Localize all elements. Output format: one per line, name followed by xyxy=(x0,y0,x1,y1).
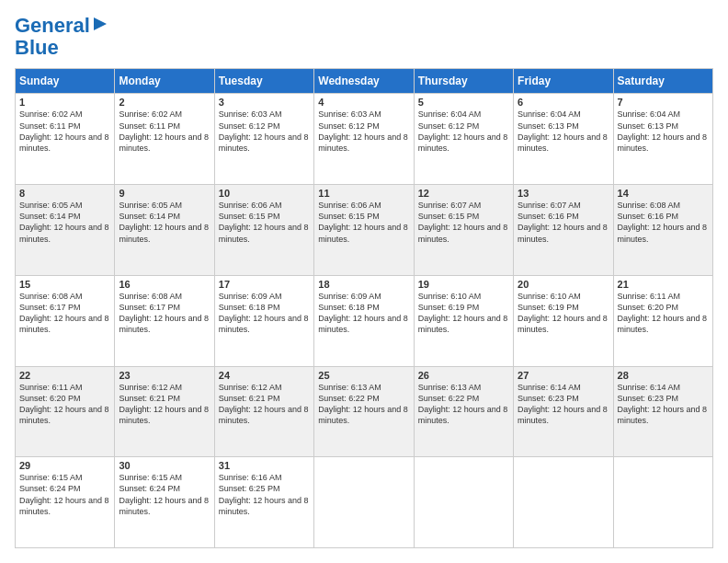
weekday-header: Sunday xyxy=(16,69,115,94)
day-number: 9 xyxy=(119,188,210,199)
day-info: Sunrise: 6:15 AMSunset: 6:24 PMDaylight:… xyxy=(19,473,109,515)
day-number: 25 xyxy=(318,370,409,381)
day-info: Sunrise: 6:16 AMSunset: 6:25 PMDaylight:… xyxy=(219,473,309,515)
day-number: 17 xyxy=(219,279,310,290)
day-info: Sunrise: 6:07 AMSunset: 6:15 PMDaylight:… xyxy=(418,201,508,243)
weekday-header: Thursday xyxy=(414,69,513,94)
page: General Blue SundayMondayTuesdayWednesda… xyxy=(0,0,728,563)
day-number: 3 xyxy=(219,97,310,108)
day-number: 4 xyxy=(318,97,409,108)
day-number: 23 xyxy=(119,370,210,381)
calendar-day-cell: 30Sunrise: 6:15 AMSunset: 6:24 PMDayligh… xyxy=(115,457,214,548)
calendar-day-cell: 10Sunrise: 6:06 AMSunset: 6:15 PMDayligh… xyxy=(214,185,313,276)
day-info: Sunrise: 6:10 AMSunset: 6:19 PMDaylight:… xyxy=(518,292,608,334)
day-info: Sunrise: 6:14 AMSunset: 6:23 PMDaylight:… xyxy=(518,383,608,425)
day-number: 7 xyxy=(618,97,709,108)
calendar-day-cell: 12Sunrise: 6:07 AMSunset: 6:15 PMDayligh… xyxy=(414,185,513,276)
calendar-day-cell: 6Sunrise: 6:04 AMSunset: 6:13 PMDaylight… xyxy=(514,94,613,185)
calendar-day-cell: 26Sunrise: 6:13 AMSunset: 6:22 PMDayligh… xyxy=(414,366,513,457)
calendar-day-cell xyxy=(414,457,513,548)
day-info: Sunrise: 6:08 AMSunset: 6:17 PMDaylight:… xyxy=(119,292,209,334)
day-number: 15 xyxy=(19,279,110,290)
day-number: 1 xyxy=(19,97,110,108)
day-number: 26 xyxy=(418,370,509,381)
logo: General Blue xyxy=(15,15,108,59)
day-info: Sunrise: 6:10 AMSunset: 6:19 PMDaylight:… xyxy=(418,292,508,334)
calendar-day-cell: 14Sunrise: 6:08 AMSunset: 6:16 PMDayligh… xyxy=(613,185,712,276)
day-info: Sunrise: 6:13 AMSunset: 6:22 PMDaylight:… xyxy=(318,383,408,425)
day-info: Sunrise: 6:08 AMSunset: 6:17 PMDaylight:… xyxy=(19,292,109,334)
calendar-day-cell: 17Sunrise: 6:09 AMSunset: 6:18 PMDayligh… xyxy=(214,275,313,366)
day-info: Sunrise: 6:11 AMSunset: 6:20 PMDaylight:… xyxy=(19,383,109,425)
weekday-header: Monday xyxy=(115,69,214,94)
header: General Blue xyxy=(15,15,713,59)
calendar-day-cell: 20Sunrise: 6:10 AMSunset: 6:19 PMDayligh… xyxy=(514,275,613,366)
day-number: 12 xyxy=(418,188,509,199)
calendar-table: SundayMondayTuesdayWednesdayThursdayFrid… xyxy=(15,68,713,548)
day-info: Sunrise: 6:08 AMSunset: 6:16 PMDaylight:… xyxy=(618,201,708,243)
day-info: Sunrise: 6:03 AMSunset: 6:12 PMDaylight:… xyxy=(318,109,408,152)
day-info: Sunrise: 6:09 AMSunset: 6:18 PMDaylight:… xyxy=(219,292,309,334)
calendar-day-cell: 27Sunrise: 6:14 AMSunset: 6:23 PMDayligh… xyxy=(514,366,613,457)
day-info: Sunrise: 6:06 AMSunset: 6:15 PMDaylight:… xyxy=(219,201,309,243)
day-number: 18 xyxy=(318,279,409,290)
logo-text: General xyxy=(15,15,90,37)
day-info: Sunrise: 6:13 AMSunset: 6:22 PMDaylight:… xyxy=(418,383,508,425)
calendar-day-cell: 9Sunrise: 6:05 AMSunset: 6:14 PMDaylight… xyxy=(115,185,214,276)
day-info: Sunrise: 6:02 AMSunset: 6:11 PMDaylight:… xyxy=(119,109,209,152)
calendar-day-cell: 31Sunrise: 6:16 AMSunset: 6:25 PMDayligh… xyxy=(214,457,313,548)
day-number: 22 xyxy=(19,370,110,381)
day-number: 2 xyxy=(119,97,210,108)
day-info: Sunrise: 6:05 AMSunset: 6:14 PMDaylight:… xyxy=(19,201,109,243)
day-number: 31 xyxy=(219,460,310,471)
calendar-day-cell: 4Sunrise: 6:03 AMSunset: 6:12 PMDaylight… xyxy=(314,94,414,185)
day-info: Sunrise: 6:06 AMSunset: 6:15 PMDaylight:… xyxy=(318,201,408,243)
calendar-day-cell: 1Sunrise: 6:02 AMSunset: 6:11 PMDaylight… xyxy=(16,94,115,185)
calendar-week-row: 15Sunrise: 6:08 AMSunset: 6:17 PMDayligh… xyxy=(16,275,713,366)
day-number: 24 xyxy=(219,370,310,381)
calendar-week-row: 22Sunrise: 6:11 AMSunset: 6:20 PMDayligh… xyxy=(16,366,713,457)
calendar-day-cell: 16Sunrise: 6:08 AMSunset: 6:17 PMDayligh… xyxy=(115,275,214,366)
day-number: 29 xyxy=(19,460,110,471)
weekday-header: Friday xyxy=(514,69,613,94)
day-number: 13 xyxy=(518,188,609,199)
weekday-header: Saturday xyxy=(613,69,712,94)
calendar-day-cell: 15Sunrise: 6:08 AMSunset: 6:17 PMDayligh… xyxy=(16,275,115,366)
day-info: Sunrise: 6:07 AMSunset: 6:16 PMDaylight:… xyxy=(518,201,608,243)
day-number: 27 xyxy=(518,370,609,381)
calendar-day-cell xyxy=(314,457,414,548)
day-number: 28 xyxy=(618,370,709,381)
calendar-week-row: 29Sunrise: 6:15 AMSunset: 6:24 PMDayligh… xyxy=(16,457,713,548)
calendar-day-cell: 23Sunrise: 6:12 AMSunset: 6:21 PMDayligh… xyxy=(115,366,214,457)
calendar-day-cell: 28Sunrise: 6:14 AMSunset: 6:23 PMDayligh… xyxy=(613,366,712,457)
day-info: Sunrise: 6:02 AMSunset: 6:11 PMDaylight:… xyxy=(19,109,109,152)
calendar-day-cell xyxy=(514,457,613,548)
calendar-week-row: 1Sunrise: 6:02 AMSunset: 6:11 PMDaylight… xyxy=(16,94,713,185)
day-number: 11 xyxy=(318,188,409,199)
calendar-week-row: 8Sunrise: 6:05 AMSunset: 6:14 PMDaylight… xyxy=(16,185,713,276)
day-info: Sunrise: 6:04 AMSunset: 6:12 PMDaylight:… xyxy=(418,109,508,152)
day-info: Sunrise: 6:12 AMSunset: 6:21 PMDaylight:… xyxy=(219,383,309,425)
svg-marker-0 xyxy=(94,17,107,30)
calendar-day-cell: 21Sunrise: 6:11 AMSunset: 6:20 PMDayligh… xyxy=(613,275,712,366)
calendar-day-cell: 2Sunrise: 6:02 AMSunset: 6:11 PMDaylight… xyxy=(115,94,214,185)
day-number: 19 xyxy=(418,279,509,290)
logo-blue-text: Blue xyxy=(15,37,59,59)
day-number: 20 xyxy=(518,279,609,290)
day-info: Sunrise: 6:05 AMSunset: 6:14 PMDaylight:… xyxy=(119,201,209,243)
logo-arrow-icon xyxy=(92,16,108,32)
day-info: Sunrise: 6:11 AMSunset: 6:20 PMDaylight:… xyxy=(618,292,708,334)
calendar-day-cell: 25Sunrise: 6:13 AMSunset: 6:22 PMDayligh… xyxy=(314,366,414,457)
day-number: 6 xyxy=(518,97,609,108)
day-info: Sunrise: 6:09 AMSunset: 6:18 PMDaylight:… xyxy=(318,292,408,334)
day-number: 30 xyxy=(119,460,210,471)
day-number: 5 xyxy=(418,97,509,108)
day-info: Sunrise: 6:15 AMSunset: 6:24 PMDaylight:… xyxy=(119,473,209,515)
day-number: 10 xyxy=(219,188,310,199)
calendar-day-cell: 19Sunrise: 6:10 AMSunset: 6:19 PMDayligh… xyxy=(414,275,513,366)
day-info: Sunrise: 6:03 AMSunset: 6:12 PMDaylight:… xyxy=(219,109,309,152)
weekday-header: Tuesday xyxy=(214,69,313,94)
day-number: 16 xyxy=(119,279,210,290)
calendar-day-cell: 8Sunrise: 6:05 AMSunset: 6:14 PMDaylight… xyxy=(16,185,115,276)
day-info: Sunrise: 6:12 AMSunset: 6:21 PMDaylight:… xyxy=(119,383,209,425)
